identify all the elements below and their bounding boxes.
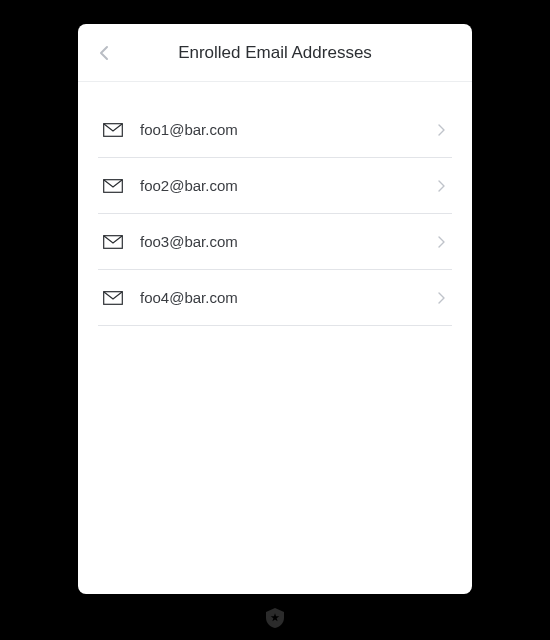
email-address: foo1@bar.com	[140, 121, 434, 138]
chevron-left-icon	[99, 45, 109, 61]
chevron-right-icon	[434, 292, 448, 304]
email-row[interactable]: foo4@bar.com	[98, 270, 452, 326]
email-address: foo4@bar.com	[140, 289, 434, 306]
enrolled-emails-card: Enrolled Email Addresses foo1@bar.com	[78, 24, 472, 594]
back-button[interactable]	[92, 41, 116, 65]
chevron-right-icon	[434, 180, 448, 192]
email-row[interactable]: foo3@bar.com	[98, 214, 452, 270]
email-list: foo1@bar.com foo2@bar.com	[78, 82, 472, 326]
email-address: foo3@bar.com	[140, 233, 434, 250]
mail-icon	[102, 235, 124, 249]
email-row[interactable]: foo1@bar.com	[98, 102, 452, 158]
email-address: foo2@bar.com	[140, 177, 434, 194]
mail-icon	[102, 123, 124, 137]
header-bar: Enrolled Email Addresses	[78, 24, 472, 82]
email-row[interactable]: foo2@bar.com	[98, 158, 452, 214]
page-title: Enrolled Email Addresses	[78, 43, 472, 63]
brand-badge-icon	[265, 608, 285, 628]
mail-icon	[102, 179, 124, 193]
chevron-right-icon	[434, 124, 448, 136]
mail-icon	[102, 291, 124, 305]
chevron-right-icon	[434, 236, 448, 248]
